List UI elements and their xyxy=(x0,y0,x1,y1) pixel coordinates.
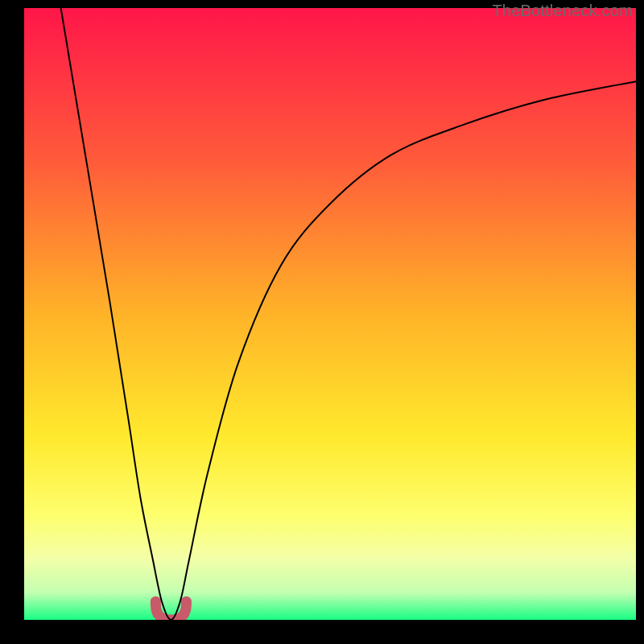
watermark-text: TheBottleneck.com xyxy=(492,2,633,20)
chart-frame: TheBottleneck.com xyxy=(0,0,644,644)
chart-svg xyxy=(24,8,636,620)
chart-plot-area xyxy=(24,8,636,620)
